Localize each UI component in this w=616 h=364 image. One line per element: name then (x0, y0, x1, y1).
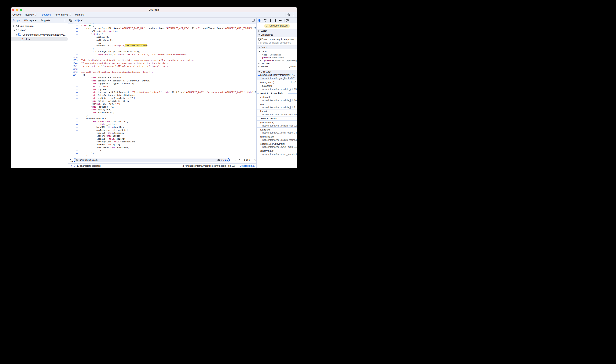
gutter-dash[interactable]: – (68, 129, 78, 132)
gutter-dash[interactable]: – (68, 85, 78, 88)
code-line[interactable]: – let G = { (68, 33, 256, 36)
toggle-debugger-panel-icon[interactable] (252, 19, 255, 22)
frame-location[interactable]: node:internal/m…module_job:130 (263, 88, 298, 91)
code-line[interactable]: – authToken: Q, (68, 39, 256, 41)
gutter-line-number[interactable]: 1338 (68, 56, 78, 59)
tab-snippets[interactable]: Snippets (41, 18, 50, 23)
code-line[interactable]: 1343new Anthropic({ apiKey, dangerouslyA… (68, 71, 256, 74)
code-line[interactable]: – }; (68, 47, 256, 50)
gutter-dash[interactable]: – (68, 149, 78, 152)
code-line[interactable]: – this.authToken = Q (68, 111, 256, 114)
gutter-line-number[interactable]: 1339 (68, 59, 78, 62)
scope-item-global[interactable]: Globalglobal (257, 65, 297, 68)
gutter-dash[interactable]: – (68, 33, 78, 36)
gutter-dash[interactable]: – (68, 108, 78, 111)
tab-scripts[interactable]: Scripts (13, 18, 20, 23)
gutter-line-number[interactable]: 1342 (68, 68, 78, 70)
disclosure-down-icon[interactable] (14, 30, 15, 31)
call-stack-frame[interactable]: promiseInitHookWithDestroyTr…node:intern… (257, 73, 297, 80)
step-over-icon[interactable] (263, 19, 267, 22)
gutter-dash[interactable]: – (68, 91, 78, 94)
gutter-dash[interactable]: – (68, 82, 78, 85)
scope-item-this[interactable]: this: undefined (257, 53, 297, 56)
gutter-dash[interactable]: – (68, 24, 78, 27)
code-line[interactable]: – authToken: this.authToken, (68, 146, 256, 149)
code-editor[interactable]: var Xs0, $F1;–class $8 {– constructor({b… (68, 23, 256, 156)
code-line[interactable]: – $F1.set(this, void 0); (68, 30, 256, 33)
gutter-dash[interactable]: – (68, 155, 78, 156)
scope-item-parent[interactable]: parent: undefined (257, 56, 297, 59)
call-stack-frame[interactable]: importnode:internal/m…esm/loader:329 (257, 109, 297, 117)
code-line[interactable]: – constructor({baseURL: A=ao("ANTHROPIC_… (68, 27, 256, 30)
step-into-icon[interactable] (268, 19, 272, 22)
gutter-dash[interactable]: – (68, 114, 78, 117)
coverage-link[interactable]: Coverage: n/a (239, 165, 254, 167)
code-line[interactable]: – throw new L9(`It looks like you're run… (68, 53, 256, 56)
editor-tab-cli-js[interactable]: cli.js (75, 18, 80, 23)
code-line[interactable]: – this.apiKey = B, (68, 108, 256, 111)
code-line[interactable]: – ...I, (68, 41, 256, 44)
code-line[interactable]: – this._options = G, (68, 105, 256, 108)
gutter-dash[interactable]: – (68, 123, 78, 126)
scope-item-closure[interactable]: Closure (257, 62, 297, 65)
code-line[interactable]: –class $8 { (68, 24, 256, 27)
code-line[interactable]: – this.maxRetries = G.maxRetries ?? 2, (68, 97, 256, 100)
gutter-dash[interactable]: – (68, 76, 78, 79)
code-line[interactable]: 1342 (68, 68, 256, 70)
mapped-from-link[interactable]: node:internal/modules/esm/module_job:130 (189, 165, 236, 167)
code-line[interactable]: – baseURL: A || "https://api.anthropic.c… (68, 44, 256, 47)
gutter-dash[interactable]: – (68, 103, 78, 105)
code-line[interactable]: 1341you can set the \`dangerouslyAllowBr… (68, 65, 256, 68)
tab-console[interactable]: Console (11, 12, 23, 17)
settings-gear-icon[interactable] (287, 13, 291, 17)
resume-script-icon[interactable] (258, 19, 262, 22)
disclosure-down-icon[interactable] (258, 51, 260, 52)
gutter-line-number[interactable]: 1343 (68, 71, 78, 74)
call-stack-frame[interactable]: instantiatenode:internal/m…module_job:10… (257, 95, 297, 102)
call-stack-frame[interactable]: executeUserEntryPointnode:internal/m…s/r… (257, 142, 297, 149)
code-line[interactable]: – this.logLevel = Z, (68, 88, 256, 91)
replace-toggle-icon[interactable]: A B (70, 158, 74, 162)
code-line[interactable]: – this.fetchOptions = G.fetchOptions, (68, 94, 256, 97)
deactivate-breakpoints-icon[interactable] (286, 19, 289, 22)
frame-location[interactable]: node:internal/m…module_job:214 (263, 106, 298, 109)
tab-sources[interactable]: Sources (40, 12, 53, 17)
gutter-dash[interactable]: – (68, 126, 78, 129)
gutter-line-number[interactable]: 1340 (68, 62, 78, 65)
section-watch[interactable]: Watch (257, 29, 297, 33)
frame-location[interactable]: node:internal/m…s/run_main:131 (263, 146, 298, 148)
step-out-icon[interactable] (274, 19, 278, 22)
gutter-dash[interactable]: – (68, 94, 78, 97)
call-stack-frame[interactable]: loadESMnode:internal/p…/esm_loader:34 (257, 128, 297, 135)
gutter-dash[interactable]: – (68, 140, 78, 143)
code-line[interactable]: – logger: this.logger, (68, 134, 256, 137)
gutter-dash[interactable]: – (68, 100, 78, 103)
gutter-dash[interactable]: – (68, 39, 78, 41)
gutter-dash[interactable]: – (68, 146, 78, 149)
tab-workspace[interactable]: Workspace (24, 18, 37, 23)
code-line[interactable]: – return new this.constructor({ (68, 120, 256, 123)
code-line[interactable]: – this.logger = G.logger ?? console; (68, 82, 256, 85)
code-line[interactable]: – if (!G.dangerouslyAllowBrowser && Ys0(… (68, 50, 256, 53)
gutter-line-number[interactable]: 1341 (68, 65, 78, 68)
code-line[interactable]: – apiKey: B, (68, 36, 256, 39)
code-line[interactable]: – this.fetch = G.fetch ?? Fs0(), (68, 100, 256, 103)
code-line[interactable]: – }) (68, 152, 256, 155)
tab-performance[interactable]: Performance (54, 12, 71, 17)
code-line[interactable]: – this.timeout = G.timeout ?? Lw.DEFAULT… (68, 79, 256, 82)
code-line[interactable]: – let Z = "warn"; (68, 85, 256, 88)
code-line[interactable]: – maxRetries: this.maxRetries, (68, 129, 256, 132)
code-line[interactable]: 1338 (68, 56, 256, 59)
disclosure-down-icon[interactable] (16, 35, 17, 36)
navigator-more-kebab-icon[interactable] (65, 19, 65, 23)
code-line[interactable]: – } (68, 155, 256, 156)
code-line[interactable]: – this.baseURL = G.baseURL, (68, 76, 256, 79)
call-stack-frame[interactable]: runMainESMnode:internal/m…es/run_main:98 (257, 135, 297, 142)
gutter-dash[interactable]: – (68, 120, 78, 123)
more-options-kebab-icon[interactable] (294, 14, 294, 17)
frame-location[interactable]: node:internal/m…main_module:2 (263, 153, 297, 156)
code-line[interactable]: – apiKey: this.apiKey, (68, 143, 256, 146)
gutter-dash[interactable]: – (68, 88, 78, 91)
regex-toggle[interactable]: (.*) (221, 159, 224, 161)
code-line[interactable]: – ...A (68, 149, 256, 152)
